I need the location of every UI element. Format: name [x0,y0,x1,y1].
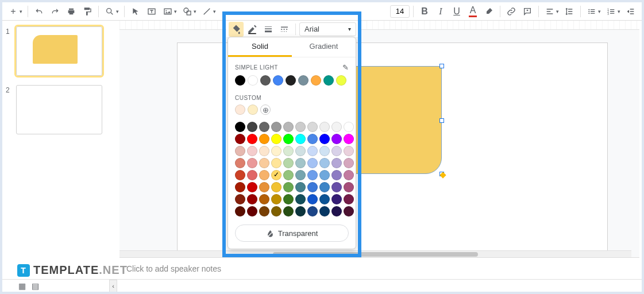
color-swatch[interactable] [271,134,281,144]
align-dropdown[interactable]: ▾ [556,9,561,14]
color-swatch[interactable] [259,206,269,216]
transparent-button[interactable]: Transparent [235,225,349,242]
color-swatch[interactable] [331,182,342,192]
color-swatch[interactable] [331,146,342,156]
resize-handle-e[interactable] [439,118,444,123]
border-weight-button[interactable] [261,22,276,37]
slide-thumbnail[interactable] [16,26,102,76]
color-swatch[interactable] [344,158,354,168]
font-family-select[interactable]: Arial ▾ [299,22,356,36]
numbered-list-button[interactable]: 123 [604,4,619,19]
theme-color-swatch[interactable] [260,75,271,86]
speaker-notes[interactable]: Click to add speaker notes [119,257,639,279]
redo-button[interactable] [48,4,63,19]
color-swatch[interactable] [344,134,354,144]
color-swatch[interactable] [307,206,318,216]
color-swatch[interactable] [307,194,318,204]
color-swatch[interactable] [307,158,318,168]
select-tool[interactable] [128,4,143,19]
color-swatch[interactable] [307,182,318,192]
custom-color-swatch[interactable] [235,105,245,115]
color-swatch[interactable] [319,170,330,180]
color-swatch[interactable] [271,146,281,156]
color-swatch[interactable] [331,122,342,132]
zoom-dropdown[interactable]: ▾ [116,9,121,14]
horizontal-scrollbar[interactable] [119,250,631,257]
image-dropdown[interactable]: ▾ [174,9,179,14]
link-button[interactable] [504,4,519,19]
color-swatch[interactable] [235,158,245,168]
color-swatch[interactable] [283,206,294,216]
color-swatch[interactable] [259,122,269,132]
underline-button[interactable]: U [449,4,464,19]
color-swatch[interactable] [235,194,245,204]
color-swatch[interactable] [319,134,330,144]
color-swatch[interactable] [271,194,281,204]
color-swatch[interactable] [283,194,294,204]
color-swatch[interactable] [235,170,245,180]
theme-color-swatch[interactable] [235,75,245,86]
color-swatch[interactable] [235,146,245,156]
bulleted-dropdown[interactable]: ▾ [598,9,603,14]
theme-color-swatch[interactable] [336,75,346,86]
color-swatch[interactable] [295,122,306,132]
indent-decrease-button[interactable] [623,4,638,19]
color-swatch[interactable] [319,206,330,216]
undo-button[interactable] [32,4,47,19]
color-swatch[interactable] [271,122,281,132]
color-swatch[interactable] [283,122,294,132]
color-swatch[interactable] [295,170,306,180]
color-swatch[interactable] [331,170,342,180]
color-swatch[interactable] [271,170,281,180]
color-swatch[interactable] [271,206,281,216]
color-swatch[interactable] [295,206,306,216]
textbox-tool[interactable] [144,4,159,19]
theme-color-swatch[interactable] [273,75,283,86]
color-swatch[interactable] [295,158,306,168]
color-swatch[interactable] [344,146,354,156]
filmstrip-view-icon[interactable]: ▤ [32,281,39,291]
color-swatch[interactable] [344,206,354,216]
theme-color-swatch[interactable] [323,75,334,86]
slide-thumbnail[interactable] [16,85,102,134]
color-swatch[interactable] [235,134,245,144]
color-swatch[interactable] [331,134,342,144]
color-swatch[interactable] [259,182,269,192]
fill-color-button[interactable] [229,22,244,37]
color-swatch[interactable] [295,146,306,156]
color-swatch[interactable] [307,134,318,144]
color-swatch[interactable] [259,134,269,144]
scrollbar-thumb[interactable] [273,252,477,257]
edit-theme-icon[interactable]: ✎ [342,63,349,72]
color-swatch[interactable] [295,182,306,192]
color-swatch[interactable] [235,122,245,132]
color-swatch[interactable] [271,182,281,192]
color-swatch[interactable] [344,194,354,204]
comment-button[interactable] [520,4,535,19]
color-swatch[interactable] [283,134,294,144]
tab-gradient[interactable]: Gradient [292,37,356,57]
color-swatch[interactable] [247,122,257,132]
color-swatch[interactable] [247,206,257,216]
color-swatch[interactable] [259,146,269,156]
color-swatch[interactable] [247,194,257,204]
theme-color-swatch[interactable] [311,75,321,86]
line-tool[interactable] [199,4,214,19]
color-swatch[interactable] [331,158,342,168]
collapse-panel-button[interactable]: ‹ [109,280,117,292]
color-swatch[interactable] [307,170,318,180]
color-swatch[interactable] [344,170,354,180]
slide-thumbnail-row[interactable]: 1 [6,26,116,76]
border-color-button[interactable] [245,22,260,37]
add-custom-color-button[interactable]: ⊕ [260,105,271,115]
bold-button[interactable]: B [417,4,432,19]
color-swatch[interactable] [295,194,306,204]
paint-format-button[interactable] [80,4,95,19]
color-swatch[interactable] [283,146,294,156]
grid-view-icon[interactable]: ▦ [18,281,26,291]
resize-handle-ne[interactable] [439,64,444,68]
numbered-dropdown[interactable]: ▾ [618,9,622,14]
text-color-button[interactable]: A [465,4,480,19]
canvas-area[interactable] [119,30,639,257]
color-swatch[interactable] [283,158,294,168]
